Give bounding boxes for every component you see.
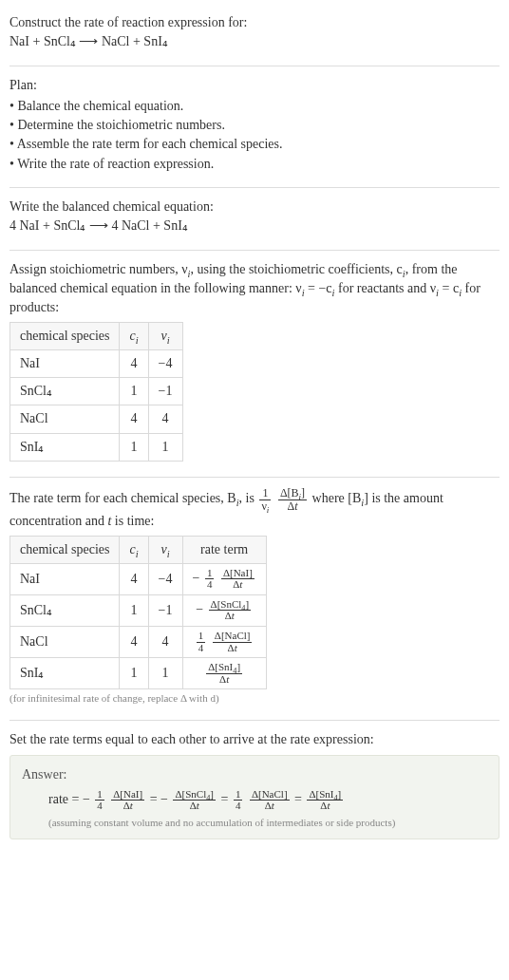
final-section: Set the rate terms equal to each other t… bbox=[9, 725, 500, 849]
cell-rate: 14 Δ[NaCl]Δt bbox=[182, 627, 266, 658]
stoich-section: Assign stoichiometric numbers, νi, using… bbox=[9, 254, 500, 473]
plan-list: Balance the chemical equation. Determine… bbox=[9, 97, 500, 174]
cell-v: 1 bbox=[148, 658, 182, 689]
plan-item: Determine the stoichiometric numbers. bbox=[9, 116, 500, 135]
divider bbox=[9, 720, 500, 721]
cell-c: 4 bbox=[120, 627, 148, 658]
table-row: NaCl 4 4 bbox=[10, 405, 183, 433]
cell-c: 4 bbox=[120, 563, 148, 594]
cell-v: −4 bbox=[148, 349, 182, 377]
table-row: SnI₄ 1 1 bbox=[10, 433, 183, 461]
text: where [B bbox=[312, 491, 362, 505]
cell-c: 1 bbox=[120, 658, 148, 689]
cell-v: 1 bbox=[148, 433, 182, 461]
cell-v: 4 bbox=[148, 405, 182, 433]
text: is time: bbox=[111, 514, 154, 528]
plan-item: Write the rate of reaction expression. bbox=[9, 155, 500, 174]
table-row: SnI₄ 1 1 Δ[SnI4]Δt bbox=[10, 658, 267, 689]
divider bbox=[9, 477, 500, 478]
answer-box: Answer: rate = − 14 Δ[NaI]Δt = − Δ[SnCl4… bbox=[9, 755, 500, 839]
balanced-intro: Write the balanced chemical equation: bbox=[9, 198, 500, 217]
rate-terms-intro: The rate term for each chemical species,… bbox=[9, 487, 500, 531]
plan-item: Assemble the rate term for each chemical… bbox=[9, 135, 500, 154]
table-row: chemical species ci νi rate term bbox=[10, 536, 267, 563]
balanced-section: Write the balanced chemical equation: 4 … bbox=[9, 192, 500, 246]
cell-rate: − Δ[SnCl4]Δt bbox=[182, 594, 266, 626]
table-row: NaI 4 −4 − 14 Δ[NaI]Δt bbox=[10, 563, 267, 594]
frac-num: Δ[Bi] bbox=[278, 487, 307, 499]
table-row: NaCl 4 4 14 Δ[NaCl]Δt bbox=[10, 627, 267, 658]
frac-num: 1 bbox=[259, 487, 271, 499]
cell-species: NaI bbox=[10, 563, 120, 594]
col-c: ci bbox=[120, 322, 148, 349]
stoich-intro: Assign stoichiometric numbers, νi, using… bbox=[9, 260, 500, 318]
table-row: SnCl₄ 1 −1 bbox=[10, 378, 183, 405]
table-row: NaI 4 −4 bbox=[10, 349, 183, 377]
col-species: chemical species bbox=[10, 322, 120, 349]
plan-item: Balance the chemical equation. bbox=[9, 97, 500, 116]
cell-rate: Δ[SnI4]Δt bbox=[182, 658, 266, 689]
rate-terms-caption: (for infinitesimal rate of change, repla… bbox=[9, 691, 500, 707]
rate-terms-section: The rate term for each chemical species,… bbox=[9, 481, 500, 716]
cell-c: 1 bbox=[120, 433, 148, 461]
cell-species: NaCl bbox=[10, 405, 120, 433]
cell-species: SnCl₄ bbox=[10, 378, 120, 405]
cell-v: −1 bbox=[148, 594, 182, 626]
rate-terms-table: chemical species ci νi rate term NaI 4 −… bbox=[9, 536, 267, 690]
plan-label: Plan: bbox=[9, 76, 500, 95]
cell-species: NaI bbox=[10, 349, 120, 377]
cell-v: 4 bbox=[148, 627, 182, 658]
col-v: νi bbox=[148, 322, 182, 349]
divider bbox=[9, 250, 500, 251]
cell-species: SnCl₄ bbox=[10, 594, 120, 626]
cell-species: SnI₄ bbox=[10, 658, 120, 689]
col-c: ci bbox=[120, 536, 148, 563]
col-rate: rate term bbox=[182, 536, 266, 563]
cell-c: 1 bbox=[120, 594, 148, 626]
table-row: chemical species ci νi bbox=[10, 322, 183, 349]
stoich-table: chemical species ci νi NaI 4 −4 SnCl₄ 1 … bbox=[9, 322, 183, 462]
col-v: νi bbox=[148, 536, 182, 563]
frac-den: Δt bbox=[278, 499, 307, 513]
fraction: 1 νi bbox=[259, 487, 271, 512]
final-intro: Set the rate terms equal to each other t… bbox=[9, 730, 500, 749]
balanced-equation: 4 NaI + SnCl₄ ⟶ 4 NaCl + SnI₄ bbox=[9, 217, 500, 236]
fraction: Δ[Bi] Δt bbox=[278, 487, 307, 512]
answer-label: Answer: bbox=[22, 765, 487, 784]
cell-rate: − 14 Δ[NaI]Δt bbox=[182, 563, 266, 594]
plan-section: Plan: Balance the chemical equation. Det… bbox=[9, 70, 500, 183]
cell-v: −4 bbox=[148, 563, 182, 594]
unbalanced-equation: NaI + SnCl₄ ⟶ NaCl + SnI₄ bbox=[9, 32, 500, 51]
cell-c: 4 bbox=[120, 405, 148, 433]
answer-note: (assuming constant volume and no accumul… bbox=[22, 816, 487, 831]
answer-expression: rate = − 14 Δ[NaI]Δt = − Δ[SnCl4]Δt = 14… bbox=[22, 789, 487, 812]
text: , is bbox=[239, 491, 258, 505]
frac-den: νi bbox=[259, 499, 271, 513]
cell-species: NaCl bbox=[10, 627, 120, 658]
prompt-section: Construct the rate of reaction expressio… bbox=[9, 8, 500, 62]
divider bbox=[9, 66, 500, 66]
cell-c: 1 bbox=[120, 378, 148, 405]
divider bbox=[9, 187, 500, 188]
cell-species: SnI₄ bbox=[10, 433, 120, 461]
table-row: SnCl₄ 1 −1 − Δ[SnCl4]Δt bbox=[10, 594, 267, 626]
text: The rate term for each chemical species,… bbox=[9, 491, 236, 505]
cell-v: −1 bbox=[148, 378, 182, 405]
col-species: chemical species bbox=[10, 536, 120, 563]
prompt-heading: Construct the rate of reaction expressio… bbox=[9, 13, 500, 32]
cell-c: 4 bbox=[120, 349, 148, 377]
